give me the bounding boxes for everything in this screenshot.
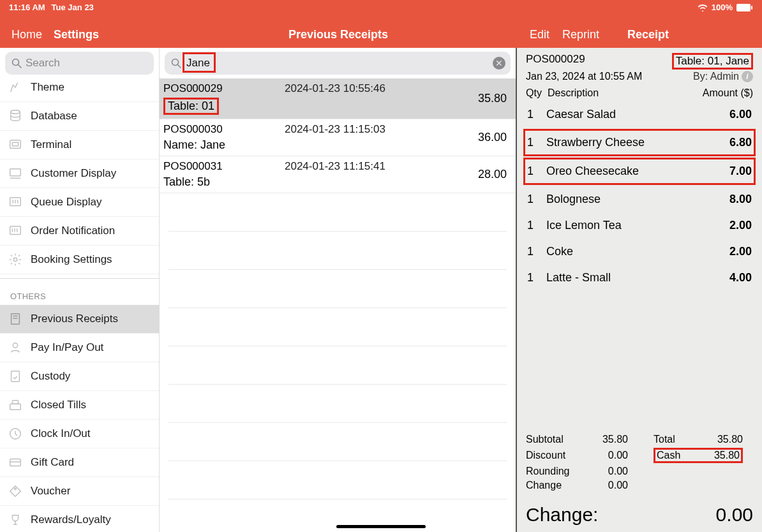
sidebar-item-terminal[interactable]: Terminal (0, 131, 159, 159)
app-header: 11:16 AM Tue Jan 23 100% Home Settings P… (0, 0, 762, 48)
empty-row (168, 232, 507, 270)
giftcard-icon (8, 455, 23, 470)
change-big-label: Change: (526, 504, 598, 526)
svg-point-28 (15, 488, 17, 490)
receipt-list: POS0000292024-01-23 10:55:4635.80Table: … (160, 78, 516, 532)
nav-home[interactable]: Home (11, 28, 42, 41)
receipt-item[interactable]: 1Coke2.00 (523, 239, 756, 265)
sidebar-item-pay-in-out[interactable]: Pay In/Pay Out (0, 334, 159, 362)
receipt-search[interactable]: Jane ✕ (165, 52, 511, 75)
item-qty: 1 (527, 165, 546, 178)
svg-line-30 (178, 65, 181, 68)
col-qty: Qty (526, 87, 548, 99)
sidebar-search[interactable]: Search (5, 52, 154, 75)
receipt-item[interactable]: 1Bolognese8.00 (523, 186, 756, 212)
col-amt: Amount ($) (703, 87, 753, 99)
item-qty: 1 (527, 108, 546, 121)
item-amt: 2.00 (729, 219, 752, 232)
sidebar-item-voucher[interactable]: Voucher (0, 477, 159, 506)
nav-settings[interactable]: Settings (54, 28, 99, 41)
sidebar-item-label: Customer Display (31, 167, 116, 180)
item-desc: Caesar Salad (546, 108, 729, 121)
svg-rect-0 (736, 4, 751, 11)
clock-icon (8, 426, 23, 441)
svg-rect-1 (751, 6, 752, 10)
clear-search-icon[interactable]: ✕ (493, 57, 505, 70)
sidebar-item-booking-settings[interactable]: Booking Settings (0, 246, 159, 274)
receipt-row[interactable]: POS0000302024-01-23 11:15:0336.00Name: J… (160, 119, 516, 156)
change-small-value: 0.00 (577, 480, 628, 491)
receipt-list-panel: Jane ✕ POS0000292024-01-23 10:55:4635.80… (160, 48, 517, 532)
sidebar-item-gift-card[interactable]: Gift Card (0, 448, 159, 477)
item-desc: Oreo Cheesecake (546, 165, 729, 178)
sidebar-item-theme[interactable]: Theme (0, 78, 159, 102)
sidebar-item-label: Rewards/Loyalty (31, 514, 111, 526)
svg-rect-23 (10, 404, 21, 410)
sidebar-item-clock-in-out[interactable]: Clock In/Out (0, 420, 159, 448)
item-amt: 6.00 (729, 108, 752, 121)
receipt-row-sub: Table: 01 (163, 95, 449, 115)
receipt-row-sub: Name: Jane (163, 136, 449, 152)
receipt-item[interactable]: 1Caesar Salad6.00 (523, 101, 756, 128)
status-time: 11:16 AM (9, 3, 45, 12)
sidebar-item-previous-receipts[interactable]: Previous Receipts (0, 305, 159, 334)
cash-label: Cash (657, 450, 680, 461)
receipt-item[interactable]: 1Oreo Cheesecake7.00 (523, 158, 756, 185)
till-icon (8, 397, 23, 413)
action-reprint[interactable]: Reprint (562, 28, 599, 41)
receipt-totals: Subtotal 35.80 Total 35.80 Discount 0.00… (519, 430, 759, 491)
svg-rect-5 (10, 140, 21, 149)
svg-rect-7 (10, 169, 21, 176)
sidebar-item-database[interactable]: Database (0, 102, 159, 131)
sidebar-item-label: Closed Tills (31, 399, 86, 411)
sidebar-item-rewards[interactable]: Rewards/Loyalty (0, 506, 159, 532)
svg-rect-13 (10, 226, 21, 235)
item-amt: 6.80 (729, 136, 752, 149)
change-big-value: 0.00 (716, 504, 753, 526)
payinout-icon (8, 340, 23, 355)
sidebar-item-queue-display[interactable]: Queue Display (0, 188, 159, 217)
receipt-item[interactable]: 1Ice Lemon Tea2.00 (523, 212, 756, 239)
sidebar-section-others: OTHERS (0, 279, 159, 305)
action-receipt[interactable]: Receipt (627, 28, 669, 41)
receipt-row-id: POS000029 (163, 82, 285, 95)
search-icon (171, 58, 181, 68)
item-qty: 1 (527, 219, 546, 232)
receipt-change-big: Change: 0.00 (519, 496, 759, 532)
sidebar-item-customer-display[interactable]: Customer Display (0, 159, 159, 188)
sidebar-item-custody[interactable]: Custody (0, 362, 159, 391)
sidebar-item-label: Clock In/Out (31, 427, 91, 440)
subtotal-value: 35.80 (577, 434, 628, 445)
receipt-item[interactable]: 1Latte - Small4.00 (523, 265, 756, 291)
receipt-row[interactable]: POS0000312024-01-23 11:15:4128.00Table: … (160, 156, 516, 193)
voucher-icon (8, 484, 23, 499)
action-edit[interactable]: Edit (530, 28, 549, 41)
info-icon[interactable]: i (742, 71, 753, 82)
receipt-row-date: 2024-01-23 10:55:46 (285, 82, 449, 95)
item-amt: 7.00 (729, 165, 752, 178)
sidebar-item-label: Booking Settings (31, 253, 112, 266)
sidebar-item-closed-tills[interactable]: Closed Tills (0, 391, 159, 420)
rounding-label: Rounding (526, 466, 577, 477)
terminal-icon (8, 137, 23, 152)
item-desc: Ice Lemon Tea (546, 219, 729, 232)
receipt-id: POS000029 (526, 53, 585, 70)
item-amt: 2.00 (729, 245, 752, 258)
item-qty: 1 (527, 271, 546, 284)
sidebar-item-order-notification[interactable]: Order Notification (0, 217, 159, 246)
receipt-table: Table: 01, Jane (672, 53, 753, 70)
receipt-item[interactable]: 1Strawberry Cheese6.80 (523, 129, 756, 156)
total-value: 35.80 (698, 434, 743, 445)
discount-label: Discount (526, 450, 577, 461)
receipt-datetime: Jan 23, 2024 at 10:55 AM (526, 71, 642, 82)
empty-row (168, 385, 507, 423)
display-icon (8, 166, 23, 181)
item-desc: Latte - Small (546, 271, 729, 284)
receipt-columns: Qty Description Amount ($) (519, 85, 759, 101)
sidebar-item-label: Terminal (31, 138, 71, 151)
receipt-row-amount: 36.00 (449, 131, 507, 144)
empty-row (168, 193, 507, 232)
receipt-row[interactable]: POS0000292024-01-23 10:55:4635.80Table: … (160, 78, 516, 119)
item-desc: Coke (546, 245, 729, 258)
theme-icon (8, 80, 23, 95)
